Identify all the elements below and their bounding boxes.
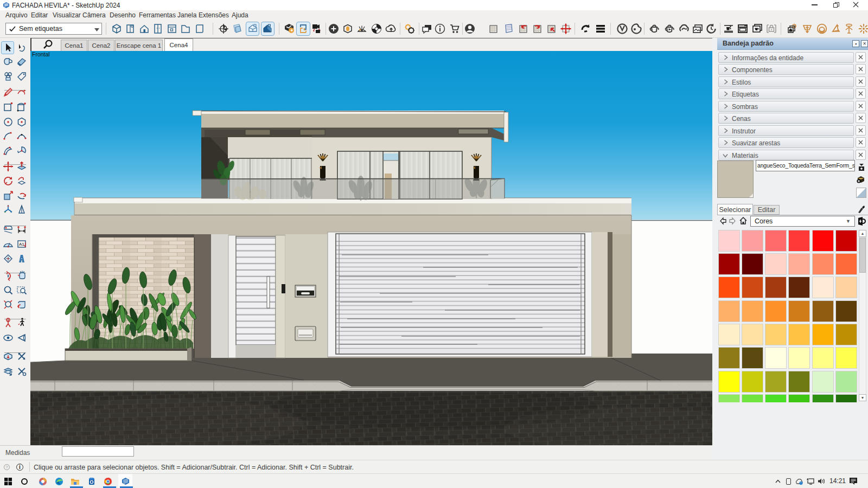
- svg-text:Frontal: Frontal: [32, 51, 50, 57]
- svg-text:A1: A1: [19, 242, 24, 247]
